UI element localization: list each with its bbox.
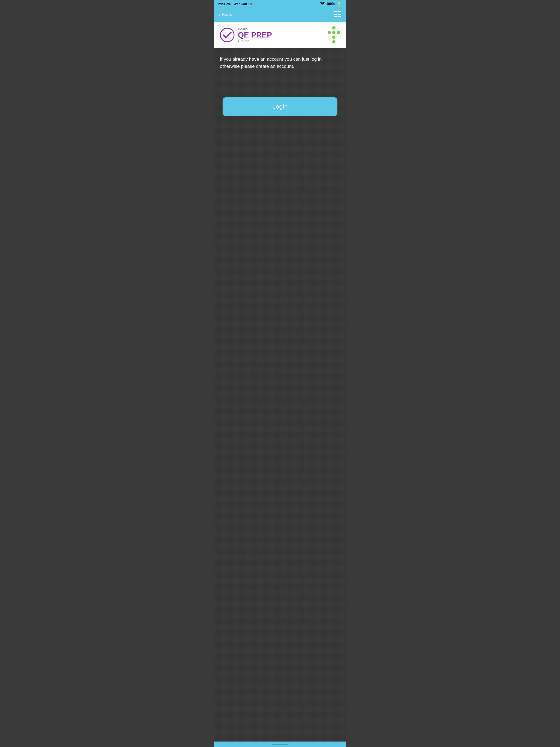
- main-content: If you already have an account you can j…: [214, 48, 346, 742]
- app-logo-icon: [220, 28, 235, 42]
- svg-rect-1: [334, 14, 337, 15]
- svg-rect-4: [338, 14, 341, 15]
- dots-decoration: [328, 26, 340, 44]
- logo-course-label: Course: [238, 39, 272, 43]
- status-date: Wed Jan 10: [232, 2, 252, 6]
- grid-menu-icon[interactable]: [334, 11, 341, 19]
- svg-point-6: [221, 28, 234, 42]
- status-time-date: 2:23 PM Wed Jan 10: [218, 1, 252, 6]
- back-label: Back: [222, 12, 232, 18]
- status-bar: 2:23 PM Wed Jan 10 100% 🔋: [214, 0, 346, 8]
- wifi-icon: [320, 2, 325, 6]
- info-text: If you already have an account you can j…: [214, 48, 346, 75]
- dot-8: [332, 35, 335, 39]
- dot-6: [337, 31, 340, 34]
- battery-icon: 🔋: [336, 1, 342, 6]
- back-button[interactable]: ‹ Back: [219, 12, 232, 18]
- svg-rect-2: [334, 16, 337, 17]
- svg-rect-5: [338, 16, 341, 17]
- login-button-container: Login: [214, 97, 346, 116]
- bottom-bar: [214, 742, 346, 747]
- logo-app-name: QE PREP: [238, 31, 272, 39]
- status-time: 2:23 PM: [218, 2, 230, 6]
- logo-text: Board QE PREP Course: [238, 27, 272, 43]
- svg-rect-3: [338, 11, 341, 12]
- back-chevron-icon: ‹: [219, 12, 221, 18]
- dot-5: [332, 31, 335, 34]
- status-right: 100% 🔋: [320, 1, 342, 6]
- dot-11: [332, 40, 335, 44]
- logo-section: Board QE PREP Course: [220, 27, 272, 43]
- login-button[interactable]: Login: [223, 97, 337, 116]
- nav-bar: ‹ Back: [214, 8, 346, 22]
- battery-percentage: 100%: [326, 2, 335, 6]
- dot-2: [332, 26, 335, 29]
- dot-4: [328, 31, 331, 34]
- home-indicator: [272, 744, 288, 745]
- app-header: Board QE PREP Course: [214, 22, 346, 48]
- svg-rect-0: [334, 11, 337, 12]
